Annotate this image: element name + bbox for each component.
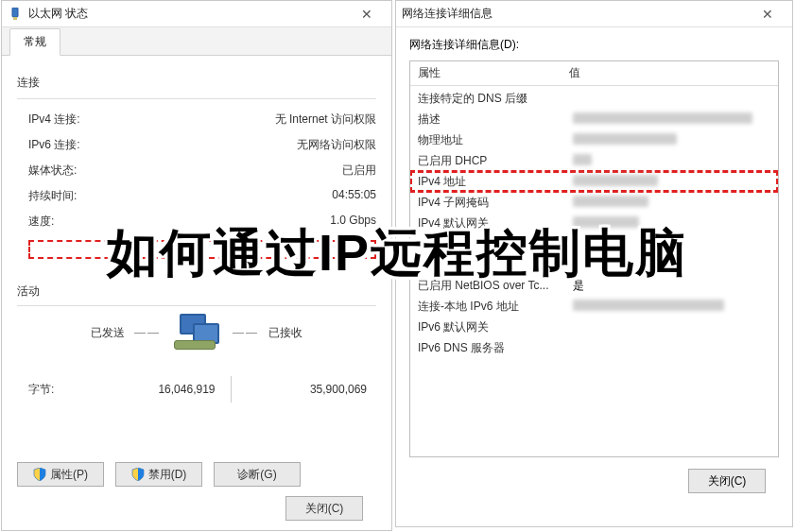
activity-graphic-row: 已发送 —— —— 已接收 xyxy=(17,314,376,352)
details-listbox[interactable]: 属性 值 连接特定的 DNS 后缀 描述 物理地址 已启用 DHCP xyxy=(409,60,779,457)
prop-value: 是 xyxy=(573,278,770,294)
row-ipv6-connectivity: IPv6 连接: 无网络访问权限 xyxy=(17,132,376,158)
prop-label: IPv6 默认网关 xyxy=(418,319,573,335)
list-row-dns-suffix[interactable]: 连接特定的 DNS 后缀 xyxy=(410,88,778,109)
dash-decor: —— xyxy=(233,326,259,339)
properties-button-label: 属性(P) xyxy=(50,467,88,483)
divider xyxy=(17,305,376,306)
duration-label: 持续时间: xyxy=(28,188,77,204)
list-row-obscured[interactable] xyxy=(410,233,778,254)
right-close-icon[interactable]: ✕ xyxy=(749,1,786,27)
ipv6-conn-value: 无网络访问权限 xyxy=(297,137,376,153)
list-row-obscured[interactable] xyxy=(410,254,778,275)
row-duration: 持续时间: 04:55:05 xyxy=(17,183,376,209)
list-row-dhcp-enabled[interactable]: 已启用 DHCP xyxy=(410,150,778,171)
left-window-title: 以太网 状态 xyxy=(28,6,88,22)
prop-value xyxy=(573,112,770,127)
disable-button[interactable]: 禁用(D) xyxy=(115,462,202,487)
ethernet-icon xyxy=(8,7,23,22)
row-media-state: 媒体状态: 已启用 xyxy=(17,158,376,183)
prop-label: IPv4 默认网关 xyxy=(418,215,573,232)
section-activity: 活动 已发送 —— —— 已接收 字节: 16,046,919 35,900,0… xyxy=(17,276,376,420)
media-value: 已启用 xyxy=(342,163,376,179)
ipv4-conn-label: IPv4 连接: xyxy=(28,112,80,128)
ipv6-conn-label: IPv6 连接: xyxy=(28,137,80,153)
ethernet-status-window: 以太网 状态 ✕ 常规 连接 IPv4 连接: 无 Internet 访问权限 … xyxy=(1,0,392,531)
left-bottom-bar: 关闭(C) xyxy=(17,487,376,521)
row-ipv4-connectivity: IPv4 连接: 无 Internet 访问权限 xyxy=(17,107,376,132)
list-row-ipv6-dns[interactable]: IPv6 DNS 服务器 xyxy=(410,337,778,358)
bytes-label: 字节: xyxy=(28,382,85,398)
duration-value: 04:55:05 xyxy=(332,188,376,204)
list-row-ipv4-gateway[interactable]: IPv4 默认网关 xyxy=(410,213,778,233)
list-row-ipv4-subnet[interactable]: IPv4 子网掩码 xyxy=(410,192,778,213)
section-connection-label: 连接 xyxy=(17,75,376,91)
header-value: 值 xyxy=(569,65,770,81)
svg-rect-1 xyxy=(13,17,17,20)
tab-strip: 常规 xyxy=(2,27,391,56)
prop-label: IPv4 地址 xyxy=(418,174,573,190)
prop-label: 描述 xyxy=(418,112,573,128)
list-row-linklocal-ipv6[interactable]: 连接-本地 IPv6 地址 xyxy=(410,296,778,317)
activity-label: 活动 xyxy=(17,283,376,300)
prop-value xyxy=(573,196,770,210)
list-header: 属性 值 xyxy=(410,61,778,86)
ipv4-conn-value: 无 Internet 访问权限 xyxy=(275,112,376,128)
diagnose-button[interactable]: 诊断(G) xyxy=(214,462,301,487)
prop-value xyxy=(573,154,770,168)
prop-label: IPv4 子网掩码 xyxy=(418,195,573,211)
details-area: 网络连接详细信息(D): 属性 值 连接特定的 DNS 后缀 描述 物理地址 xyxy=(396,27,792,503)
list-row-description[interactable]: 描述 xyxy=(410,109,778,129)
right-close-button-label: 关闭(C) xyxy=(708,473,747,489)
recv-label: 已接收 xyxy=(268,325,302,341)
speed-label: 速度: xyxy=(28,214,54,230)
details-link-highlight[interactable] xyxy=(28,240,376,259)
dash-decor: —— xyxy=(134,326,161,339)
left-close-icon[interactable]: ✕ xyxy=(348,1,386,27)
prop-value xyxy=(573,175,770,189)
list-row-netbios[interactable]: 已启用 NetBIOS over Tc... 是 xyxy=(410,275,778,296)
divider xyxy=(17,98,376,99)
network-computers-icon xyxy=(170,314,223,352)
header-property: 属性 xyxy=(418,65,569,81)
shield-icon xyxy=(33,468,46,481)
prop-value xyxy=(573,216,770,231)
action-button-row: 属性(P) 禁用(D) 诊断(G) xyxy=(17,455,376,487)
shield-icon xyxy=(131,468,145,481)
prop-value xyxy=(573,300,770,314)
diagnose-button-label: 诊断(G) xyxy=(237,467,276,483)
list-row-physical-address[interactable]: 物理地址 xyxy=(410,129,778,150)
prop-label: 已启用 DHCP xyxy=(418,153,573,169)
left-panel-body: 连接 IPv4 连接: 无 Internet 访问权限 IPv6 连接: 无网络… xyxy=(2,56,391,530)
tab-general[interactable]: 常规 xyxy=(9,28,60,56)
row-speed: 速度: 1.0 Gbps xyxy=(17,209,376,234)
left-titlebar[interactable]: 以太网 状态 ✕ xyxy=(2,1,391,27)
prop-value xyxy=(573,133,770,147)
prop-label: IPv6 DNS 服务器 xyxy=(418,340,573,356)
bytes-separator xyxy=(231,376,232,403)
left-close-button[interactable]: 关闭(C) xyxy=(285,496,363,521)
prop-label: 连接特定的 DNS 后缀 xyxy=(418,91,573,107)
list-row-ipv4-address[interactable]: IPv4 地址 xyxy=(410,171,778,192)
disable-button-label: 禁用(D) xyxy=(148,467,187,483)
svg-rect-0 xyxy=(12,8,18,17)
right-window-title: 网络连接详细信息 xyxy=(402,6,493,22)
details-list-label: 网络连接详细信息(D): xyxy=(409,37,779,53)
bytes-recv-value: 35,900,069 xyxy=(237,383,377,396)
bytes-sent-value: 16,046,919 xyxy=(85,383,225,396)
properties-button[interactable]: 属性(P) xyxy=(17,462,104,487)
prop-label: 已启用 NetBIOS over Tc... xyxy=(418,278,573,294)
prop-label: 物理地址 xyxy=(418,132,573,148)
network-details-window: 网络连接详细信息 ✕ 网络连接详细信息(D): 属性 值 连接特定的 DNS 后… xyxy=(395,0,793,527)
list-body: 连接特定的 DNS 后缀 描述 物理地址 已启用 DHCP IPv4 地址 xyxy=(410,86,778,360)
right-titlebar[interactable]: 网络连接详细信息 ✕ xyxy=(396,1,792,27)
prop-label: 连接-本地 IPv6 地址 xyxy=(418,299,573,315)
sent-label: 已发送 xyxy=(91,325,125,341)
media-label: 媒体状态: xyxy=(28,163,77,179)
list-row-ipv6-gateway[interactable]: IPv6 默认网关 xyxy=(410,317,778,337)
right-bottom-bar: 关闭(C) xyxy=(409,457,779,493)
speed-value: 1.0 Gbps xyxy=(330,214,376,230)
left-close-button-label: 关闭(C) xyxy=(305,501,344,517)
right-close-button[interactable]: 关闭(C) xyxy=(688,469,766,493)
bytes-row: 字节: 16,046,919 35,900,069 xyxy=(17,370,376,420)
